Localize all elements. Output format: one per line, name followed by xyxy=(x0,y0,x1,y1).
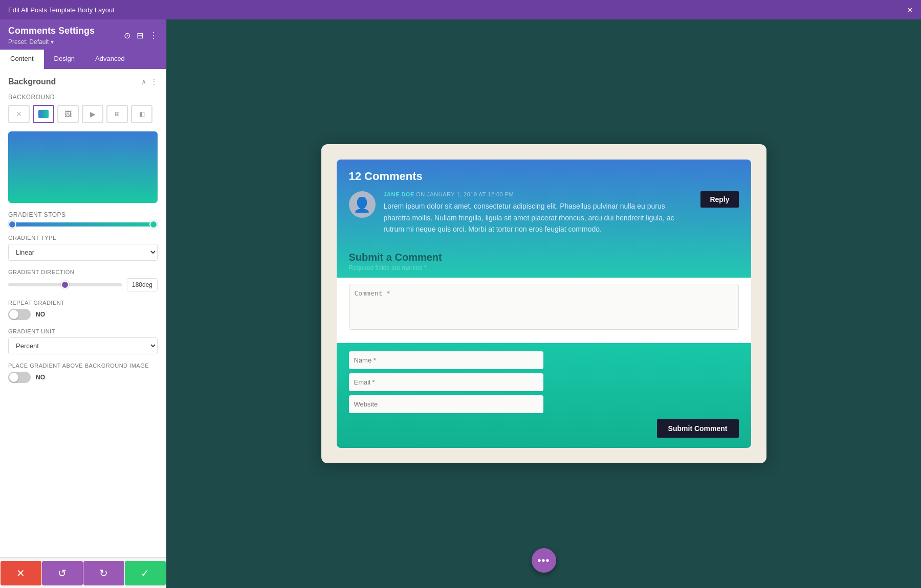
comment-text: Lorem ipsum dolor sit amet, consectetur … xyxy=(384,200,693,235)
preview-card: 12 Comments 👤 JANE DOE ON JANUARY 1, 201… xyxy=(321,144,766,463)
gradient-type-label: Gradient Type xyxy=(8,235,158,241)
repeat-gradient-label: Repeat Gradient xyxy=(8,300,158,306)
comment-textarea-section: Comment * xyxy=(337,278,751,343)
undo-button[interactable]: ↺ xyxy=(42,561,83,585)
more-icon[interactable]: ⋮ xyxy=(149,31,158,40)
tab-bar: Content Design Advanced xyxy=(0,50,166,69)
gradient-unit-select[interactable]: Percent Pixel xyxy=(8,337,158,354)
bg-mask-btn[interactable]: ◧ xyxy=(131,105,152,123)
comment-textarea[interactable]: Comment * xyxy=(349,284,739,330)
submit-row: Submit Comment xyxy=(349,419,739,438)
gradient-direction-row: Gradient Direction 180deg xyxy=(8,269,158,291)
gradient-slider[interactable] xyxy=(8,222,158,227)
bg-video-btn[interactable]: ▶ xyxy=(82,105,103,123)
sidebar-content: Background ∧ ⋮ Background ✕ xyxy=(0,69,166,557)
gradient-stop-right[interactable] xyxy=(149,220,158,229)
tab-advanced[interactable]: Advanced xyxy=(85,50,135,69)
repeat-gradient-toggle-row: NO xyxy=(8,309,158,320)
direction-value[interactable]: 180deg xyxy=(127,278,158,291)
place-gradient-knob xyxy=(9,373,18,382)
collapse-icon[interactable]: ∧ xyxy=(141,78,146,86)
comment-meta: JANE DOE ON JANUARY 1, 2019 AT 12:00 PM xyxy=(384,191,693,197)
submit-title: Submit a Comment xyxy=(349,252,739,263)
direction-slider[interactable] xyxy=(8,283,122,286)
section-title: Background xyxy=(8,77,56,86)
place-gradient-toggle[interactable] xyxy=(8,372,31,383)
teal-section: Submit Comment xyxy=(337,343,751,448)
section-header: Background ∧ ⋮ xyxy=(8,77,158,86)
direction-thumb[interactable] xyxy=(61,281,69,289)
bg-image-btn[interactable]: 🖼 xyxy=(57,105,79,123)
bg-type-icons: ✕ 🖼 ▶ xyxy=(8,105,158,123)
gradient-type-row: Gradient Type Linear Radial Conic xyxy=(8,235,158,261)
top-bar: Edit All Posts Template Body Layout ✕ xyxy=(0,0,921,19)
redo-button[interactable]: ↻ xyxy=(83,561,124,585)
gradient-preview xyxy=(8,131,158,203)
layout-icon[interactable]: ⊟ xyxy=(137,31,143,40)
bottom-toolbar: ✕ ↺ ↻ ✓ xyxy=(0,557,166,588)
settings-icon[interactable]: ⋮ xyxy=(150,78,158,86)
bg-color-btn[interactable] xyxy=(33,105,54,123)
cancel-button[interactable]: ✕ xyxy=(1,561,41,585)
comment-author: JANE DOE xyxy=(384,191,414,197)
main-layout: Comments Settings Preset: Default ▾ ⊙ ⊟ … xyxy=(0,19,921,588)
avatar-icon: 👤 xyxy=(353,196,371,213)
background-field: Background ✕ xyxy=(8,94,158,123)
focus-icon[interactable]: ⊙ xyxy=(124,31,130,40)
submit-header-inner: Submit a Comment Required fields are mar… xyxy=(349,243,739,278)
gradient-icon xyxy=(38,110,49,118)
svg-rect-0 xyxy=(38,110,49,118)
content-area: 12 Comments 👤 JANE DOE ON JANUARY 1, 201… xyxy=(166,19,921,588)
place-gradient-no-label: NO xyxy=(36,374,45,381)
bg-pattern-btn[interactable]: ⊞ xyxy=(106,105,128,123)
place-gradient-toggle-row: NO xyxy=(8,372,158,383)
required-note: Required fields are marked * xyxy=(349,264,739,272)
place-gradient-row: Place Gradient Above Background Image NO xyxy=(8,363,158,383)
repeat-gradient-toggle[interactable] xyxy=(8,309,31,320)
name-input[interactable] xyxy=(349,351,543,369)
sidebar: Comments Settings Preset: Default ▾ ⊙ ⊟ … xyxy=(0,19,166,588)
repeat-gradient-no-label: NO xyxy=(36,311,45,318)
comment-date: ON JANUARY 1, 2019 AT 12:00 PM xyxy=(416,191,514,197)
bg-none-btn[interactable]: ✕ xyxy=(8,105,30,123)
sidebar-preset[interactable]: Preset: Default ▾ xyxy=(8,38,95,46)
gradient-type-select[interactable]: Linear Radial Conic xyxy=(8,244,158,261)
email-input[interactable] xyxy=(349,373,543,391)
confirm-button[interactable]: ✓ xyxy=(125,561,166,585)
avatar: 👤 xyxy=(349,191,376,218)
sidebar-title: Comments Settings xyxy=(8,26,95,36)
toggle-knob xyxy=(9,310,18,319)
place-gradient-label: Place Gradient Above Background Image xyxy=(8,363,158,369)
comments-header: 12 Comments 👤 JANE DOE ON JANUARY 1, 201… xyxy=(337,160,751,277)
repeat-gradient-row: Repeat Gradient NO xyxy=(8,300,158,320)
comment-item: 👤 JANE DOE ON JANUARY 1, 2019 AT 12:00 P… xyxy=(349,191,739,235)
submit-comment-button[interactable]: Submit Comment xyxy=(657,419,739,438)
top-bar-title: Edit All Posts Template Body Layout xyxy=(8,6,115,14)
website-input[interactable] xyxy=(349,395,543,413)
gradient-unit-row: Gradient Unit Percent Pixel xyxy=(8,328,158,354)
sidebar-header: Comments Settings Preset: Default ▾ ⊙ ⊟ … xyxy=(0,19,166,50)
fab-button[interactable]: ••• xyxy=(532,548,556,573)
gradient-stops-label: Gradient Stops xyxy=(8,211,158,218)
comments-count: 12 Comments xyxy=(349,170,739,183)
reply-button[interactable]: Reply xyxy=(700,191,738,208)
gradient-unit-label: Gradient Unit xyxy=(8,328,158,334)
gradient-direction-label: Gradient Direction xyxy=(8,269,158,275)
gradient-stop-left[interactable] xyxy=(8,220,16,229)
tab-design[interactable]: Design xyxy=(44,50,85,69)
comment-body: JANE DOE ON JANUARY 1, 2019 AT 12:00 PM … xyxy=(384,191,693,235)
gradient-stops-row: Gradient Stops xyxy=(8,211,158,227)
section-controls: ∧ ⋮ xyxy=(141,78,158,86)
tab-content[interactable]: Content xyxy=(0,50,44,69)
close-icon[interactable]: ✕ xyxy=(907,6,913,14)
background-label: Background xyxy=(8,94,158,101)
direction-row: 180deg xyxy=(8,278,158,291)
